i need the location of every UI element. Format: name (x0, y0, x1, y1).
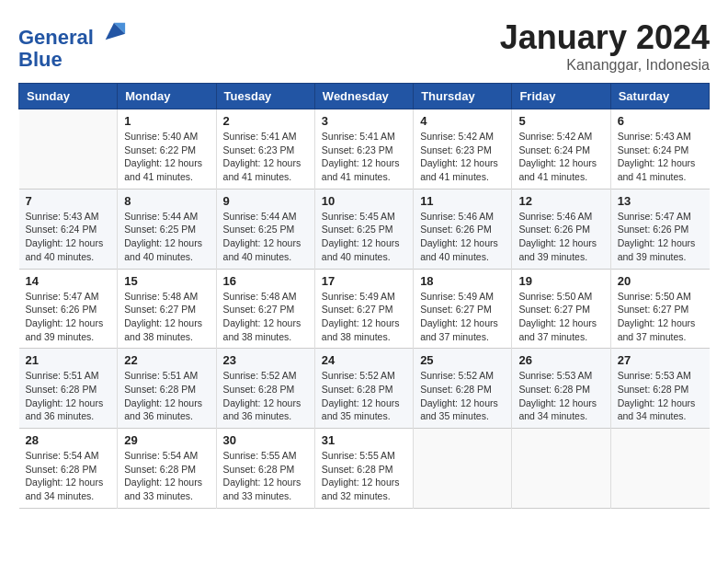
day-header-thursday: Thursday (414, 84, 512, 109)
calendar-week-row: 1Sunrise: 5:40 AM Sunset: 6:22 PM Daylig… (19, 109, 710, 190)
calendar-cell: 6Sunrise: 5:43 AM Sunset: 6:24 PM Daylig… (610, 109, 709, 190)
day-number: 7 (26, 194, 111, 208)
day-info: Sunrise: 5:41 AM Sunset: 6:23 PM Dayligh… (322, 130, 406, 184)
day-number: 4 (420, 114, 505, 128)
calendar-cell: 30Sunrise: 5:55 AM Sunset: 6:28 PM Dayli… (216, 429, 314, 509)
day-header-wednesday: Wednesday (314, 84, 413, 109)
day-number: 15 (124, 274, 209, 288)
calendar-cell: 22Sunrise: 5:51 AM Sunset: 6:28 PM Dayli… (118, 349, 216, 429)
day-info: Sunrise: 5:47 AM Sunset: 6:26 PM Dayligh… (26, 290, 111, 344)
day-info: Sunrise: 5:53 AM Sunset: 6:28 PM Dayligh… (618, 369, 703, 423)
day-number: 31 (322, 433, 406, 447)
day-info: Sunrise: 5:44 AM Sunset: 6:25 PM Dayligh… (223, 210, 308, 264)
calendar-cell: 27Sunrise: 5:53 AM Sunset: 6:28 PM Dayli… (610, 349, 709, 429)
day-info: Sunrise: 5:42 AM Sunset: 6:23 PM Dayligh… (420, 130, 505, 184)
day-number: 17 (322, 274, 406, 288)
day-number: 6 (618, 114, 703, 128)
day-header-monday: Monday (118, 84, 216, 109)
day-number: 25 (420, 353, 505, 367)
calendar-cell: 3Sunrise: 5:41 AM Sunset: 6:23 PM Daylig… (314, 109, 413, 190)
day-header-sunday: Sunday (19, 84, 118, 109)
day-number: 1 (124, 114, 209, 128)
calendar-cell (610, 429, 709, 509)
day-info: Sunrise: 5:46 AM Sunset: 6:26 PM Dayligh… (420, 210, 505, 264)
day-info: Sunrise: 5:50 AM Sunset: 6:27 PM Dayligh… (518, 290, 603, 344)
calendar-cell: 1Sunrise: 5:40 AM Sunset: 6:22 PM Daylig… (118, 109, 216, 190)
day-number: 10 (322, 194, 406, 208)
calendar-cell: 10Sunrise: 5:45 AM Sunset: 6:25 PM Dayli… (314, 189, 413, 269)
calendar-cell: 11Sunrise: 5:46 AM Sunset: 6:26 PM Dayli… (414, 189, 512, 269)
day-number: 28 (26, 433, 111, 447)
day-number: 9 (223, 194, 308, 208)
calendar-cell: 7Sunrise: 5:43 AM Sunset: 6:24 PM Daylig… (19, 189, 118, 269)
logo-blue: Blue (18, 48, 63, 71)
calendar-week-row: 14Sunrise: 5:47 AM Sunset: 6:26 PM Dayli… (19, 269, 710, 349)
calendar-cell: 23Sunrise: 5:52 AM Sunset: 6:28 PM Dayli… (216, 349, 314, 429)
day-info: Sunrise: 5:47 AM Sunset: 6:26 PM Dayligh… (618, 210, 703, 264)
day-number: 27 (618, 353, 703, 367)
day-number: 26 (518, 353, 603, 367)
calendar-cell: 9Sunrise: 5:44 AM Sunset: 6:25 PM Daylig… (216, 189, 314, 269)
calendar-cell (414, 429, 512, 509)
day-number: 14 (26, 274, 111, 288)
page-header: General Blue January 2024 Kananggar, Ind… (18, 18, 710, 74)
calendar-cell: 20Sunrise: 5:50 AM Sunset: 6:27 PM Dayli… (610, 269, 709, 349)
day-info: Sunrise: 5:40 AM Sunset: 6:22 PM Dayligh… (124, 130, 209, 184)
calendar-cell: 19Sunrise: 5:50 AM Sunset: 6:27 PM Dayli… (512, 269, 610, 349)
day-info: Sunrise: 5:53 AM Sunset: 6:28 PM Dayligh… (518, 369, 603, 423)
calendar-week-row: 28Sunrise: 5:54 AM Sunset: 6:28 PM Dayli… (19, 429, 710, 509)
day-info: Sunrise: 5:41 AM Sunset: 6:23 PM Dayligh… (223, 130, 308, 184)
logo: General Blue (18, 18, 127, 71)
day-number: 21 (26, 353, 111, 367)
day-info: Sunrise: 5:51 AM Sunset: 6:28 PM Dayligh… (124, 369, 209, 423)
calendar-cell: 28Sunrise: 5:54 AM Sunset: 6:28 PM Dayli… (19, 429, 118, 509)
calendar-week-row: 7Sunrise: 5:43 AM Sunset: 6:24 PM Daylig… (19, 189, 710, 269)
calendar-cell (512, 429, 610, 509)
day-info: Sunrise: 5:46 AM Sunset: 6:26 PM Dayligh… (518, 210, 603, 264)
calendar-cell: 18Sunrise: 5:49 AM Sunset: 6:27 PM Dayli… (414, 269, 512, 349)
day-info: Sunrise: 5:45 AM Sunset: 6:25 PM Dayligh… (322, 210, 406, 264)
day-number: 8 (124, 194, 209, 208)
day-header-saturday: Saturday (610, 84, 709, 109)
day-number: 22 (124, 353, 209, 367)
day-info: Sunrise: 5:54 AM Sunset: 6:28 PM Dayligh… (124, 449, 209, 503)
logo-general: General (18, 26, 94, 49)
calendar-cell: 31Sunrise: 5:55 AM Sunset: 6:28 PM Dayli… (314, 429, 413, 509)
day-info: Sunrise: 5:48 AM Sunset: 6:27 PM Dayligh… (124, 290, 209, 344)
day-number: 16 (223, 274, 308, 288)
day-info: Sunrise: 5:51 AM Sunset: 6:28 PM Dayligh… (26, 369, 111, 423)
day-number: 30 (223, 433, 308, 447)
day-number: 18 (420, 274, 505, 288)
calendar-cell: 5Sunrise: 5:42 AM Sunset: 6:24 PM Daylig… (512, 109, 610, 190)
day-info: Sunrise: 5:43 AM Sunset: 6:24 PM Dayligh… (26, 210, 111, 264)
day-header-tuesday: Tuesday (216, 84, 314, 109)
day-info: Sunrise: 5:43 AM Sunset: 6:24 PM Dayligh… (618, 130, 703, 184)
day-number: 29 (124, 433, 209, 447)
day-info: Sunrise: 5:55 AM Sunset: 6:28 PM Dayligh… (322, 449, 406, 503)
day-number: 5 (518, 114, 603, 128)
day-number: 20 (618, 274, 703, 288)
day-info: Sunrise: 5:54 AM Sunset: 6:28 PM Dayligh… (26, 449, 111, 503)
calendar-header-row: SundayMondayTuesdayWednesdayThursdayFrid… (19, 84, 710, 109)
calendar-cell: 16Sunrise: 5:48 AM Sunset: 6:27 PM Dayli… (216, 269, 314, 349)
day-number: 12 (518, 194, 603, 208)
day-number: 19 (518, 274, 603, 288)
day-info: Sunrise: 5:42 AM Sunset: 6:24 PM Dayligh… (518, 130, 603, 184)
calendar-cell: 24Sunrise: 5:52 AM Sunset: 6:28 PM Dayli… (314, 349, 413, 429)
day-info: Sunrise: 5:52 AM Sunset: 6:28 PM Dayligh… (322, 369, 406, 423)
calendar-cell: 15Sunrise: 5:48 AM Sunset: 6:27 PM Dayli… (118, 269, 216, 349)
day-info: Sunrise: 5:49 AM Sunset: 6:27 PM Dayligh… (322, 290, 406, 344)
calendar-cell (19, 109, 118, 190)
calendar-cell: 17Sunrise: 5:49 AM Sunset: 6:27 PM Dayli… (314, 269, 413, 349)
calendar-cell: 25Sunrise: 5:52 AM Sunset: 6:28 PM Dayli… (414, 349, 512, 429)
logo-icon (101, 18, 127, 44)
day-info: Sunrise: 5:48 AM Sunset: 6:27 PM Dayligh… (223, 290, 308, 344)
location-subtitle: Kananggar, Indonesia (500, 57, 710, 74)
day-number: 2 (223, 114, 308, 128)
day-info: Sunrise: 5:55 AM Sunset: 6:28 PM Dayligh… (223, 449, 308, 503)
calendar-cell: 12Sunrise: 5:46 AM Sunset: 6:26 PM Dayli… (512, 189, 610, 269)
day-info: Sunrise: 5:50 AM Sunset: 6:27 PM Dayligh… (618, 290, 703, 344)
day-number: 3 (322, 114, 406, 128)
day-info: Sunrise: 5:52 AM Sunset: 6:28 PM Dayligh… (420, 369, 505, 423)
calendar-cell: 8Sunrise: 5:44 AM Sunset: 6:25 PM Daylig… (118, 189, 216, 269)
